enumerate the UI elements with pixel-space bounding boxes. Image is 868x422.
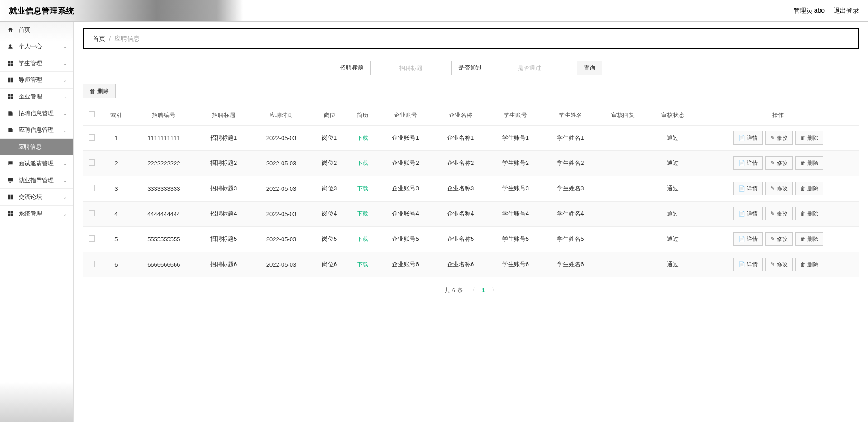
search-input-title[interactable] — [370, 61, 452, 75]
download-link[interactable]: 下载 — [357, 160, 368, 166]
sidebar-item-6[interactable]: 应聘信息管理⌄ — [0, 122, 73, 139]
breadcrumb: 首页 / 应聘信息 — [83, 28, 859, 49]
toolbar: 🗑 删除 — [83, 84, 859, 98]
column-header-10: 审核回复 — [598, 105, 648, 125]
row-checkbox[interactable] — [89, 210, 95, 216]
download-link[interactable]: 下载 — [357, 185, 368, 192]
sidebar-item-0[interactable]: 首页 — [0, 22, 73, 38]
logout-link[interactable]: 退出登录 — [834, 7, 859, 15]
doc-icon — [7, 127, 14, 134]
delete-button[interactable]: 🗑 删除 — [795, 156, 823, 170]
edit-icon: ✎ — [770, 261, 775, 267]
admin-label[interactable]: 管理员 abo — [793, 7, 825, 15]
row-checkbox[interactable] — [89, 235, 95, 242]
download-link[interactable]: 下载 — [357, 261, 368, 267]
cell-ent_acc: 企业账号1 — [378, 125, 433, 150]
cell-stu_name: 学生姓名6 — [543, 252, 598, 277]
table-row: 44444444444招聘标题42022-05-03岗位4下载企业账号4企业名称… — [83, 201, 859, 226]
chevron-down-icon: ⌄ — [63, 195, 66, 200]
detail-button[interactable]: 📄 详情 — [733, 182, 763, 195]
row-checkbox[interactable] — [89, 134, 95, 141]
edit-button[interactable]: ✎ 修改 — [765, 156, 793, 170]
detail-button[interactable]: 📄 详情 — [733, 131, 763, 145]
select-all-checkbox[interactable] — [89, 111, 95, 117]
sidebar-item-label: 就业指导管理 — [19, 176, 54, 184]
cell-post: 岗位2 — [311, 150, 348, 176]
row-checkbox[interactable] — [89, 185, 95, 191]
cell-reply — [598, 201, 648, 226]
row-checkbox[interactable] — [89, 261, 95, 267]
edit-button[interactable]: ✎ 修改 — [765, 207, 793, 220]
cell-date: 2022-05-03 — [251, 125, 311, 150]
cell-stu_acc: 学生账号5 — [488, 226, 543, 252]
edit-icon: ✎ — [770, 160, 775, 166]
delete-icon: 🗑 — [800, 236, 806, 242]
cell-stu_name: 学生姓名5 — [543, 226, 598, 252]
delete-button[interactable]: 🗑 删除 — [795, 131, 823, 145]
cell-status: 通过 — [648, 201, 698, 226]
cell-post: 岗位4 — [311, 201, 348, 226]
detail-button[interactable]: 📄 详情 — [733, 156, 763, 170]
cell-post: 岗位6 — [311, 252, 348, 277]
cell-status: 通过 — [648, 252, 698, 277]
sidebar-item-8[interactable]: 面试邀请管理⌄ — [0, 155, 73, 172]
bulk-delete-button[interactable]: 🗑 删除 — [83, 84, 116, 98]
cell-ent_name: 企业名称6 — [433, 252, 488, 277]
delete-icon: 🗑 — [800, 261, 806, 267]
pagination-page-1[interactable]: 1 — [482, 287, 485, 294]
edit-button[interactable]: ✎ 修改 — [765, 258, 793, 271]
sidebar-item-7[interactable]: 应聘信息 — [0, 139, 73, 155]
pagination-prev[interactable]: 〈 — [470, 286, 475, 294]
cell-idx: 2 — [101, 150, 132, 176]
detail-button[interactable]: 📄 详情 — [733, 207, 763, 220]
detail-icon: 📄 — [738, 135, 745, 141]
cell-idx: 5 — [101, 226, 132, 252]
download-link[interactable]: 下载 — [357, 236, 368, 242]
edit-button[interactable]: ✎ 修改 — [765, 182, 793, 195]
sidebar-item-9[interactable]: 就业指导管理⌄ — [0, 172, 73, 189]
cell-date: 2022-05-03 — [251, 150, 311, 176]
sidebar-item-5[interactable]: 招聘信息管理⌄ — [0, 105, 73, 122]
sidebar-item-11[interactable]: 系统管理⌄ — [0, 206, 73, 222]
row-checkbox[interactable] — [89, 159, 95, 166]
delete-button[interactable]: 🗑 删除 — [795, 258, 823, 271]
delete-button[interactable]: 🗑 删除 — [795, 182, 823, 195]
delete-button[interactable]: 🗑 删除 — [795, 207, 823, 220]
delete-icon: 🗑 — [800, 160, 806, 166]
cell-idx: 1 — [101, 125, 132, 150]
download-link[interactable]: 下载 — [357, 135, 368, 141]
pagination-next[interactable]: 〉 — [492, 286, 497, 294]
column-header-11: 审核状态 — [648, 105, 698, 125]
column-header-2: 招聘标题 — [196, 105, 251, 125]
sidebar-item-label: 首页 — [19, 26, 30, 34]
chevron-down-icon: ⌄ — [63, 78, 66, 83]
sidebar-item-label: 学生管理 — [19, 59, 42, 67]
search-label-pass: 是否通过 — [458, 64, 482, 72]
detail-button[interactable]: 📄 详情 — [733, 258, 763, 271]
sidebar-item-1[interactable]: 个人中心⌄ — [0, 38, 73, 55]
delete-icon: 🗑 — [800, 135, 806, 141]
app-title: 就业信息管理系统 — [9, 5, 74, 16]
breadcrumb-home[interactable]: 首页 — [93, 35, 105, 43]
detail-icon: 📄 — [738, 236, 745, 242]
sidebar-item-10[interactable]: 交流论坛⌄ — [0, 189, 73, 206]
edit-icon: ✎ — [770, 185, 775, 192]
delete-button[interactable]: 🗑 删除 — [795, 232, 823, 246]
query-button[interactable]: 查询 — [577, 61, 602, 75]
column-header-1: 招聘编号 — [132, 105, 196, 125]
pagination-total: 共 6 条 — [444, 286, 462, 295]
detail-button[interactable]: 📄 详情 — [733, 232, 763, 246]
cell-ent_name: 企业名称2 — [433, 150, 488, 176]
edit-button[interactable]: ✎ 修改 — [765, 131, 793, 145]
table-row: 66666666666招聘标题62022-05-03岗位6下载企业账号6企业名称… — [83, 252, 859, 277]
sidebar-item-2[interactable]: 学生管理⌄ — [0, 55, 73, 72]
sidebar-item-4[interactable]: 企业管理⌄ — [0, 89, 73, 105]
edit-button[interactable]: ✎ 修改 — [765, 232, 793, 246]
cell-actions: 📄 详情✎ 修改🗑 删除 — [698, 176, 859, 201]
pagination: 共 6 条 〈 1 〉 — [83, 286, 859, 295]
sidebar-item-label: 招聘信息管理 — [19, 109, 54, 117]
sidebar-item-3[interactable]: 导师管理⌄ — [0, 72, 73, 89]
sidebar-item-label: 交流论坛 — [19, 193, 42, 201]
download-link[interactable]: 下载 — [357, 211, 368, 217]
search-input-pass[interactable] — [489, 61, 570, 75]
